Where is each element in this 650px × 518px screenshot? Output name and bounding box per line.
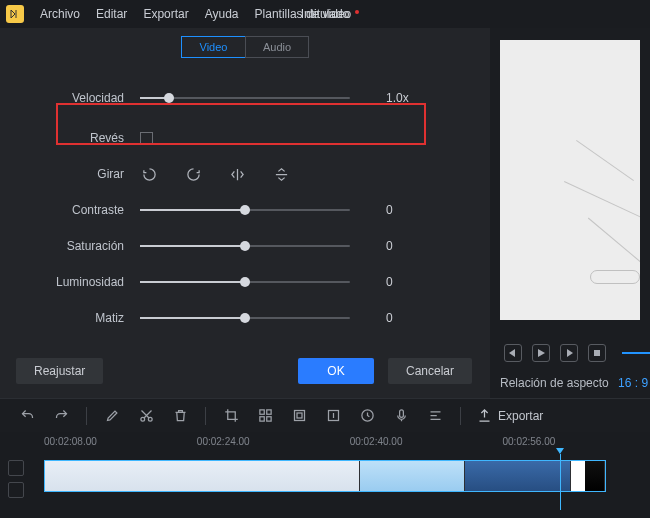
content-area: Video Audio Velocidad 1.0x Revés [0,28,650,398]
menu-ayuda[interactable]: Ayuda [197,7,247,21]
rotate-cw-icon[interactable] [184,165,202,183]
svg-rect-3 [259,410,263,414]
slider-contrast[interactable] [140,203,350,217]
voice-icon[interactable] [392,407,410,425]
row-speed: Velocidad 1.0x [0,76,432,120]
zoom-crop-icon[interactable] [290,407,308,425]
tick-1: 00:02:24.00 [197,436,250,447]
playhead[interactable] [560,454,561,510]
row-saturation: Saturación 0 [0,228,432,264]
svg-rect-6 [266,417,270,421]
preview-canvas [500,40,640,320]
row-rotate: Girar [0,156,432,192]
clip-track[interactable] [44,460,606,492]
cancel-button[interactable]: Cancelar [388,358,472,384]
reset-button[interactable]: Reajustar [16,358,103,384]
document-title: Intitulado [301,0,350,28]
menubar: Archivo Editar Exportar Ayuda Plantillas… [0,0,650,28]
value-brightness: 0 [386,275,422,289]
value-hue: 0 [386,311,422,325]
svg-rect-0 [594,350,600,356]
tick-0: 00:02:08.00 [44,436,97,447]
aspect-ratio-label: Relación de aspecto [500,376,609,390]
aspect-ratio-line: Relación de aspecto 16 : 9 [500,376,650,390]
value-contrast: 0 [386,203,422,217]
row-brightness: Luminosidad 0 [0,264,432,300]
clip-2[interactable] [360,461,466,491]
value-saturation: 0 [386,239,422,253]
export-label: Exportar [498,409,543,423]
menu-archivo[interactable]: Archivo [32,7,88,21]
timeline-toolbar: Exportar [0,398,650,432]
crop-icon[interactable] [222,407,240,425]
property-rows: Velocidad 1.0x Revés Girar [0,76,490,336]
svg-rect-4 [266,410,270,414]
svg-rect-7 [294,411,304,421]
tts-icon[interactable] [426,407,444,425]
menu-exportar[interactable]: Exportar [135,7,196,21]
tabs: Video Audio [0,36,490,58]
slider-speed[interactable] [140,91,350,105]
redo-icon[interactable] [52,407,70,425]
value-speed: 1.0x [386,91,422,105]
svg-rect-11 [399,410,403,418]
preview-pane: Relación de aspecto 16 : 9 [490,28,650,398]
clip-3[interactable] [465,461,571,491]
row-hue: Matiz 0 [0,300,432,336]
delete-icon[interactable] [171,407,189,425]
rotate-icons [140,165,290,183]
duration-icon[interactable] [358,407,376,425]
playback-progress[interactable] [622,352,650,354]
play-button[interactable] [532,344,550,362]
panel-footer: Reajustar OK Cancelar [0,358,490,384]
label-speed: Velocidad [0,91,140,105]
slider-hue[interactable] [140,311,350,325]
label-reverse: Revés [0,131,140,145]
label-hue: Matiz [0,311,140,325]
ok-button[interactable]: OK [298,358,374,384]
undo-icon[interactable] [18,407,36,425]
stop-button[interactable] [588,344,606,362]
tab-audio[interactable]: Audio [245,36,309,58]
svg-rect-5 [259,417,263,421]
track-tools [8,460,24,498]
edit-icon[interactable] [103,407,121,425]
flip-horizontal-icon[interactable] [228,165,246,183]
next-frame-button[interactable] [560,344,578,362]
slider-saturation[interactable] [140,239,350,253]
track-visibility-icon[interactable] [8,482,24,498]
track-lock-icon[interactable] [8,460,24,476]
row-reverse: Revés [0,120,432,156]
tab-video[interactable]: Video [181,36,245,58]
menu-editar[interactable]: Editar [88,7,135,21]
export-button[interactable]: Exportar [477,408,543,423]
slider-brightness[interactable] [140,275,350,289]
svg-rect-8 [297,413,302,418]
prev-frame-button[interactable] [504,344,522,362]
clip-4[interactable] [571,461,605,491]
app-logo [6,5,24,23]
label-brightness: Luminosidad [0,275,140,289]
freeze-icon[interactable] [324,407,342,425]
time-ruler[interactable]: 00:02:08.00 00:02:24.00 00:02:40.00 00:0… [0,436,650,447]
cut-icon[interactable] [137,407,155,425]
rotate-ccw-icon[interactable] [140,165,158,183]
flip-vertical-icon[interactable] [272,165,290,183]
label-contrast: Contraste [0,203,140,217]
label-rotate: Girar [0,167,140,181]
mosaic-icon[interactable] [256,407,274,425]
aspect-ratio-value[interactable]: 16 : 9 [618,376,648,390]
checkbox-reverse[interactable] [140,132,153,145]
properties-panel: Video Audio Velocidad 1.0x Revés [0,28,490,398]
timeline: 00:02:08.00 00:02:24.00 00:02:40.00 00:0… [0,432,650,518]
row-contrast: Contraste 0 [0,192,432,228]
clip-1[interactable] [45,461,360,491]
tick-3: 00:02:56.00 [502,436,555,447]
player-controls [504,344,650,362]
label-saturation: Saturación [0,239,140,253]
tick-2: 00:02:40.00 [350,436,403,447]
